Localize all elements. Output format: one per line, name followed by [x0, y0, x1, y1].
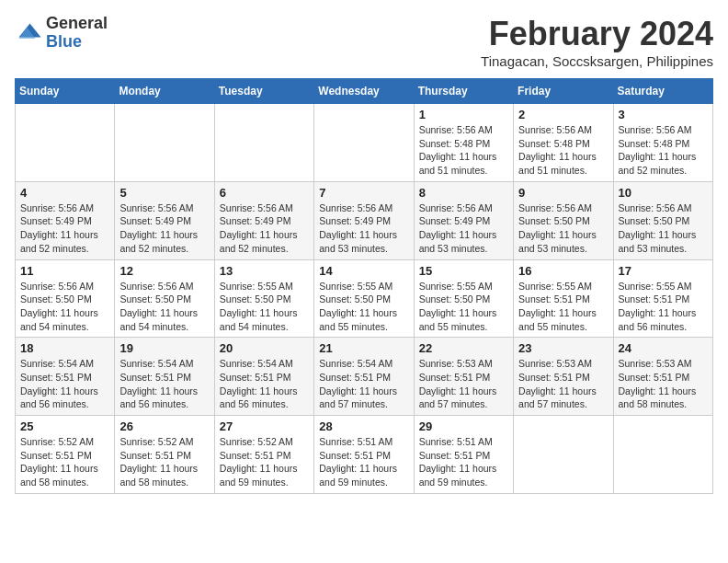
calendar-cell: 11Sunrise: 5:56 AMSunset: 5:50 PMDayligh… [16, 259, 115, 338]
calendar-cell: 8Sunrise: 5:56 AMSunset: 5:49 PMDaylight… [414, 181, 513, 259]
calendar-week-5: 25Sunrise: 5:52 AMSunset: 5:51 PMDayligh… [16, 416, 713, 494]
calendar-cell: 15Sunrise: 5:55 AMSunset: 5:50 PMDayligh… [414, 259, 513, 338]
day-info: Sunrise: 5:56 AMSunset: 5:48 PMDaylight:… [419, 123, 508, 178]
calendar-cell: 10Sunrise: 5:56 AMSunset: 5:50 PMDayligh… [613, 181, 712, 259]
calendar-cell [314, 104, 414, 182]
day-number: 6 [220, 186, 309, 200]
day-info: Sunrise: 5:56 AMSunset: 5:49 PMDaylight:… [119, 201, 209, 256]
calendar-week-3: 11Sunrise: 5:56 AMSunset: 5:50 PMDayligh… [16, 259, 713, 338]
day-number: 16 [518, 264, 608, 278]
day-info: Sunrise: 5:52 AMSunset: 5:51 PMDaylight:… [20, 435, 109, 489]
day-info: Sunrise: 5:51 AMSunset: 5:51 PMDaylight:… [419, 435, 508, 489]
day-info: Sunrise: 5:55 AMSunset: 5:50 PMDaylight:… [419, 280, 508, 334]
day-info: Sunrise: 5:55 AMSunset: 5:50 PMDaylight:… [220, 280, 309, 334]
location-title: Tinagacan, Soccsksargen, Philippines [481, 53, 713, 69]
calendar-cell [214, 104, 313, 182]
day-info: Sunrise: 5:54 AMSunset: 5:51 PMDaylight:… [319, 357, 408, 411]
calendar-cell: 7Sunrise: 5:56 AMSunset: 5:49 PMDaylight… [314, 181, 414, 259]
day-number: 20 [220, 341, 309, 355]
calendar-cell [115, 104, 214, 182]
day-info: Sunrise: 5:53 AMSunset: 5:51 PMDaylight:… [518, 357, 608, 411]
day-info: Sunrise: 5:56 AMSunset: 5:49 PMDaylight:… [319, 201, 408, 256]
calendar-cell: 12Sunrise: 5:56 AMSunset: 5:50 PMDayligh… [115, 259, 214, 338]
day-number: 23 [518, 341, 608, 355]
day-info: Sunrise: 5:56 AMSunset: 5:49 PMDaylight:… [419, 201, 508, 256]
calendar-cell: 22Sunrise: 5:53 AMSunset: 5:51 PMDayligh… [414, 338, 513, 416]
day-number: 29 [419, 419, 508, 433]
day-info: Sunrise: 5:56 AMSunset: 5:49 PMDaylight:… [220, 201, 309, 256]
day-number: 1 [419, 108, 508, 121]
calendar-cell: 24Sunrise: 5:53 AMSunset: 5:51 PMDayligh… [613, 338, 712, 416]
calendar-cell: 4Sunrise: 5:56 AMSunset: 5:49 PMDaylight… [16, 181, 115, 259]
logo-text: General Blue [46, 15, 108, 52]
calendar-cell: 28Sunrise: 5:51 AMSunset: 5:51 PMDayligh… [314, 416, 414, 494]
month-title: February 2024 [481, 15, 713, 53]
day-number: 10 [619, 186, 708, 200]
day-number: 15 [419, 264, 508, 278]
calendar-week-1: 1Sunrise: 5:56 AMSunset: 5:48 PMDaylight… [16, 104, 713, 182]
day-number: 27 [220, 419, 309, 433]
day-number: 3 [619, 108, 708, 121]
calendar-cell: 14Sunrise: 5:55 AMSunset: 5:50 PMDayligh… [314, 259, 414, 338]
weekday-header-saturday: Saturday [613, 79, 712, 104]
day-number: 7 [319, 186, 408, 200]
calendar-cell: 1Sunrise: 5:56 AMSunset: 5:48 PMDaylight… [414, 104, 513, 182]
calendar-cell [16, 104, 115, 182]
calendar-cell: 9Sunrise: 5:56 AMSunset: 5:50 PMDaylight… [514, 181, 613, 259]
calendar-cell: 25Sunrise: 5:52 AMSunset: 5:51 PMDayligh… [16, 416, 115, 494]
calendar-cell: 5Sunrise: 5:56 AMSunset: 5:49 PMDaylight… [115, 181, 214, 259]
weekday-header-sunday: Sunday [16, 79, 115, 104]
day-info: Sunrise: 5:56 AMSunset: 5:49 PMDaylight:… [20, 201, 109, 256]
weekday-header-row: SundayMondayTuesdayWednesdayThursdayFrid… [16, 79, 713, 104]
weekday-header-wednesday: Wednesday [314, 79, 414, 104]
day-number: 13 [220, 264, 309, 278]
day-info: Sunrise: 5:52 AMSunset: 5:51 PMDaylight:… [220, 435, 309, 489]
calendar-cell: 17Sunrise: 5:55 AMSunset: 5:51 PMDayligh… [613, 259, 712, 338]
calendar-cell [613, 416, 712, 494]
calendar-cell: 16Sunrise: 5:55 AMSunset: 5:51 PMDayligh… [514, 259, 613, 338]
day-number: 25 [20, 419, 109, 433]
calendar-cell: 21Sunrise: 5:54 AMSunset: 5:51 PMDayligh… [314, 338, 414, 416]
calendar-cell: 26Sunrise: 5:52 AMSunset: 5:51 PMDayligh… [115, 416, 214, 494]
calendar-cell: 3Sunrise: 5:56 AMSunset: 5:48 PMDaylight… [613, 104, 712, 182]
calendar-table: SundayMondayTuesdayWednesdayThursdayFrid… [15, 78, 713, 494]
day-info: Sunrise: 5:51 AMSunset: 5:51 PMDaylight:… [319, 435, 408, 489]
calendar-cell: 20Sunrise: 5:54 AMSunset: 5:51 PMDayligh… [214, 338, 313, 416]
weekday-header-thursday: Thursday [414, 79, 513, 104]
day-number: 8 [419, 186, 508, 200]
day-info: Sunrise: 5:56 AMSunset: 5:48 PMDaylight:… [619, 123, 708, 178]
day-number: 17 [619, 264, 708, 278]
calendar-cell: 29Sunrise: 5:51 AMSunset: 5:51 PMDayligh… [414, 416, 513, 494]
day-info: Sunrise: 5:56 AMSunset: 5:48 PMDaylight:… [518, 123, 608, 178]
day-number: 22 [419, 341, 508, 355]
calendar-cell: 2Sunrise: 5:56 AMSunset: 5:48 PMDaylight… [514, 104, 613, 182]
day-info: Sunrise: 5:55 AMSunset: 5:51 PMDaylight:… [518, 280, 608, 334]
calendar-cell: 23Sunrise: 5:53 AMSunset: 5:51 PMDayligh… [514, 338, 613, 416]
calendar-cell: 19Sunrise: 5:54 AMSunset: 5:51 PMDayligh… [115, 338, 214, 416]
day-info: Sunrise: 5:54 AMSunset: 5:51 PMDaylight:… [20, 357, 109, 411]
calendar-cell: 13Sunrise: 5:55 AMSunset: 5:50 PMDayligh… [214, 259, 313, 338]
day-number: 21 [319, 341, 408, 355]
day-number: 24 [619, 341, 708, 355]
weekday-header-friday: Friday [514, 79, 613, 104]
day-number: 28 [319, 419, 408, 433]
weekday-header-tuesday: Tuesday [214, 79, 313, 104]
day-info: Sunrise: 5:53 AMSunset: 5:51 PMDaylight:… [419, 357, 508, 411]
calendar-cell: 18Sunrise: 5:54 AMSunset: 5:51 PMDayligh… [16, 338, 115, 416]
day-info: Sunrise: 5:52 AMSunset: 5:51 PMDaylight:… [119, 435, 209, 489]
day-number: 4 [20, 186, 109, 200]
day-info: Sunrise: 5:56 AMSunset: 5:50 PMDaylight:… [518, 201, 608, 256]
logo-icon [15, 19, 42, 47]
day-number: 12 [119, 264, 209, 278]
day-number: 2 [518, 108, 608, 121]
day-info: Sunrise: 5:56 AMSunset: 5:50 PMDaylight:… [619, 201, 708, 256]
day-info: Sunrise: 5:53 AMSunset: 5:51 PMDaylight:… [619, 357, 708, 411]
calendar-week-2: 4Sunrise: 5:56 AMSunset: 5:49 PMDaylight… [16, 181, 713, 259]
calendar-week-4: 18Sunrise: 5:54 AMSunset: 5:51 PMDayligh… [16, 338, 713, 416]
day-info: Sunrise: 5:56 AMSunset: 5:50 PMDaylight:… [119, 280, 209, 334]
day-info: Sunrise: 5:54 AMSunset: 5:51 PMDaylight:… [119, 357, 209, 411]
calendar-cell: 6Sunrise: 5:56 AMSunset: 5:49 PMDaylight… [214, 181, 313, 259]
day-number: 26 [119, 419, 209, 433]
day-info: Sunrise: 5:55 AMSunset: 5:51 PMDaylight:… [619, 280, 708, 334]
day-number: 5 [119, 186, 209, 200]
